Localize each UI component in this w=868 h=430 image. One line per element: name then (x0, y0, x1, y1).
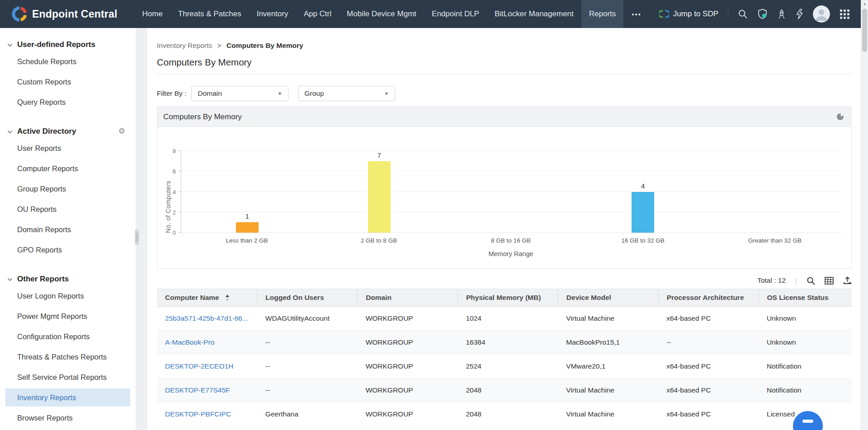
breadcrumb-parent-link[interactable]: Inventory Reports (157, 42, 212, 49)
column-header-processor-architecture[interactable]: Processor Architecture (658, 289, 759, 307)
column-header-computer-name[interactable]: Computer Name (157, 289, 257, 307)
avatar[interactable] (813, 5, 830, 23)
table-cell: WORKGROUP (358, 355, 458, 379)
computer-name-link[interactable]: DESKTOP-PBFCIPC (165, 410, 231, 418)
nav-item-threats-patches[interactable]: Threats & Patches (170, 0, 249, 28)
sidebar-item-self-service-portal-reports[interactable]: Self Service Portal Reports (5, 367, 130, 388)
shield-security-icon[interactable] (757, 9, 768, 20)
computer-name-link[interactable]: 25b3a571-425b-47d1-86... (165, 314, 248, 322)
sidebar-section-title: Other Reports (17, 275, 69, 284)
chart-bar-2-gb-to-8-gb[interactable]: 7 (368, 161, 391, 233)
sort-icons[interactable] (226, 294, 229, 301)
sidebar-item-schedule-reports[interactable]: Schedule Reports (5, 51, 130, 72)
sort-ascending-icon (226, 294, 229, 297)
x-category-label: 2 GB to 8 GB (313, 237, 445, 244)
column-header-domain[interactable]: Domain (358, 289, 458, 307)
pie-chart-icon[interactable] (836, 113, 844, 121)
domain-filter-dropdown[interactable]: Domain ▼ (191, 86, 288, 101)
lightning-icon[interactable] (796, 9, 803, 20)
sidebar-item-user-reports[interactable]: User Reports (5, 138, 130, 159)
table-row: 25b3a571-425b-47d1-86...WDAGUtilityAccou… (157, 307, 852, 331)
sidebar-item-gpo-reports[interactable]: GPO Reports (5, 240, 130, 260)
scrollbar-up-arrow[interactable]: ▲ (861, 0, 868, 8)
computer-name-cell: DESKTOP-E77S45F (157, 379, 257, 402)
nav-item-bitlocker-management[interactable]: BitLocker Management (487, 0, 581, 28)
nav-item-app-ctrl[interactable]: App Ctrl (296, 0, 339, 28)
column-header-os-license-status[interactable]: OS License Status (759, 289, 852, 307)
sidebar-item-threats-patches-reports[interactable]: Threats & Patches Reports (5, 347, 130, 367)
sidebar-item-computer-reports[interactable]: Computer Reports (5, 159, 130, 179)
group-filter-dropdown[interactable]: Group ▼ (298, 86, 395, 101)
scrollbar-thumb[interactable] (862, 9, 867, 52)
table-cell: Virtual Machine (558, 402, 658, 426)
main-menu: HomeThreats & PatchesInventoryApp CtrlMo… (134, 0, 650, 28)
column-header-label: Logged On Users (265, 294, 324, 301)
chart-body: No. of Computers 02468174 Less than 2 GB… (157, 127, 851, 257)
column-header-physical-memory-mb[interactable]: Physical Memory (MB) (458, 289, 558, 307)
x-category-label: 8 GB to 16 GB (445, 237, 577, 244)
sidebar-item-domain-reports[interactable]: Domain Reports (5, 220, 130, 240)
sidebar-item-group-reports[interactable]: Group Reports (5, 179, 130, 199)
sidebar-section-header-user-defined-reports[interactable]: User-defined Reports (0, 38, 136, 51)
sidebar-item-browser-reports[interactable]: Browser Reports (5, 408, 130, 428)
jump-to-sdp-button[interactable]: Jump to SDP (659, 9, 718, 19)
column-header-device-model[interactable]: Device Model (558, 289, 658, 307)
bar-value-label: 7 (368, 152, 391, 159)
computers-table: Computer NameLogged On UsersDomainPhysic… (157, 289, 852, 426)
sidebar: User-defined ReportsSchedule ReportsCust… (0, 28, 136, 430)
sidebar-item-power-mgmt-reports[interactable]: Power Mgmt Reports (5, 306, 130, 327)
computer-name-link[interactable]: A-MacBook-Pro (165, 338, 214, 346)
column-header-label: Device Model (566, 294, 611, 301)
sidebar-section-other-reports: Other ReportsUser Logon ReportsPower Mgm… (0, 272, 136, 428)
chart-bar-less-than-2-gb[interactable]: 1 (236, 222, 259, 233)
x-category-label: Less than 2 GB (181, 237, 313, 244)
sidebar-item-query-reports[interactable]: Query Reports (5, 92, 130, 112)
sidebar-section-active-directory: Active Directory⚙User ReportsComputer Re… (0, 125, 136, 260)
nav-item-mobile-device-mgmt[interactable]: Mobile Device Mgmt (339, 0, 424, 28)
gridline (181, 192, 841, 192)
title-divider (157, 74, 852, 74)
sort-descending-icon (226, 299, 229, 301)
nav-item-endpoint-dlp[interactable]: Endpoint DLP (424, 0, 487, 28)
sidebar-item-inventory-reports[interactable]: Inventory Reports (5, 388, 130, 407)
nav-item-home[interactable]: Home (134, 0, 170, 28)
computer-name-link[interactable]: DESKTOP-E77S45F (165, 386, 230, 394)
nav-item-reports[interactable]: Reports (581, 0, 624, 28)
table-row: A-MacBook-Pro--WORKGROUP16384MacBookPro1… (157, 331, 852, 355)
apps-grid-icon[interactable] (840, 9, 850, 19)
gear-icon[interactable]: ⚙ (118, 126, 125, 136)
sidebar-item-user-logon-reports[interactable]: User Logon Reports (5, 286, 130, 306)
total-count: Total : 12 (757, 276, 786, 285)
y-tick-label: 0 (160, 229, 176, 236)
table-cell: 1024 (458, 307, 558, 331)
search-icon[interactable] (807, 276, 815, 285)
table-cell: x64-based PC (658, 307, 759, 331)
sidebar-section-header-other-reports[interactable]: Other Reports (0, 272, 136, 286)
jump-to-sdp-label: Jump to SDP (673, 9, 718, 19)
sidebar-resize-handle[interactable] (135, 229, 139, 245)
sidebar-item-ou-reports[interactable]: OU Reports (5, 199, 130, 220)
table-toolbar: Total : 12 | (157, 274, 852, 287)
chart-panel: Computers By Memory No. of Computers 024… (157, 107, 852, 269)
bar-value-label: 4 (632, 182, 654, 190)
nav-more-button[interactable]: ••• (623, 0, 650, 28)
computer-name-cell: DESKTOP-2ECEO1H (157, 355, 257, 379)
y-tick-label: 6 (160, 168, 176, 175)
chart-bar-16-gb-to-32-gb[interactable]: 4 (632, 192, 654, 233)
column-header-logged-on-users[interactable]: Logged On Users (257, 289, 358, 307)
column-grid-icon[interactable] (825, 277, 834, 285)
vertical-scrollbar[interactable]: ▲ (861, 0, 868, 430)
y-tick-mark (179, 171, 181, 171)
domain-filter-value: Domain (198, 89, 222, 98)
search-icon[interactable] (738, 9, 748, 19)
chevron-down-icon (7, 278, 13, 281)
sidebar-section-header-active-directory[interactable]: Active Directory⚙ (0, 125, 136, 138)
filter-by-label: Filter By : (157, 89, 186, 98)
sidebar-item-custom-reports[interactable]: Custom Reports (5, 72, 130, 92)
export-icon[interactable] (843, 276, 852, 285)
nav-item-inventory[interactable]: Inventory (249, 0, 296, 28)
app-logo[interactable]: Endpoint Central (0, 0, 128, 28)
rocket-icon[interactable] (777, 9, 786, 19)
computer-name-link[interactable]: DESKTOP-2ECEO1H (165, 362, 233, 370)
sidebar-item-configuration-reports[interactable]: Configuration Reports (5, 327, 130, 347)
